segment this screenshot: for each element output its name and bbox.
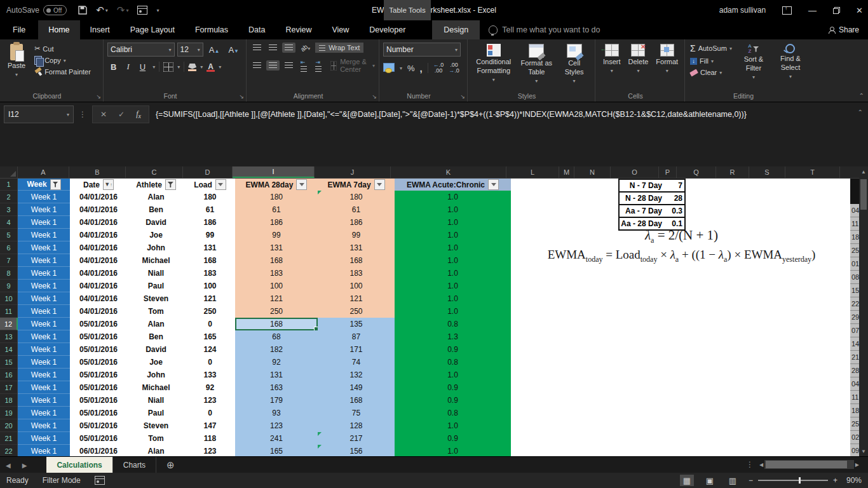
font-color-button[interactable]: A [207, 62, 215, 72]
cell-acute-chronic[interactable]: 0.8 [395, 318, 511, 330]
cell-week[interactable]: Week 1 [18, 254, 70, 267]
percent-style-button[interactable]: % [407, 64, 415, 73]
cell-date[interactable]: 05/01/2016 [70, 318, 127, 330]
load-filter-button[interactable] [215, 179, 226, 190]
cell-week[interactable]: Week 1 [18, 241, 70, 254]
column-header-S[interactable]: S [749, 166, 785, 178]
sort-filter-button[interactable]: AZ Sort & Filter▾ [737, 43, 770, 82]
cell-ewma28[interactable]: 92 [235, 356, 318, 369]
tab-formulas[interactable]: Formulas [185, 20, 238, 39]
increase-indent-button[interactable]: ⇥ [313, 57, 325, 74]
clipboard-dialog-launcher[interactable]: ↘ [96, 93, 101, 100]
row-header-2[interactable]: 2 [0, 191, 18, 203]
cell-acute-chronic[interactable]: 1.0 [395, 191, 511, 203]
select-all-corner[interactable] [0, 166, 18, 178]
cell-acute-chronic[interactable]: 1.0 [395, 419, 511, 432]
comma-style-button[interactable]: , [420, 63, 423, 74]
column-header-K[interactable]: K [391, 166, 506, 178]
cell-ewma28[interactable]: 131 [235, 241, 318, 254]
cell-ewma28[interactable]: 121 [235, 292, 318, 305]
insert-function-button[interactable]: fx [136, 109, 141, 119]
cell-date[interactable]: 05/01/2016 [70, 330, 127, 343]
cell-week[interactable]: Week 1 [18, 292, 70, 305]
cell-week[interactable]: Week 1 [18, 394, 70, 407]
format-painter-button[interactable]: Format Painter [34, 68, 91, 76]
page-break-view-button[interactable]: ▥ [726, 475, 740, 486]
conditional-formatting-button[interactable]: Conditional Formatting▾ [471, 43, 515, 86]
fill-button[interactable]: ↓Fill▾ [689, 57, 733, 65]
column-header-T[interactable]: T [785, 166, 840, 178]
cell-acute-chronic[interactable]: 1.0 [395, 254, 511, 267]
ewma7-filter-button[interactable] [374, 179, 385, 190]
font-family-combo[interactable]: Calibri▾ [107, 43, 175, 57]
cell-acute-chronic[interactable]: 1.0 [395, 369, 511, 381]
cell-ewma7[interactable]: 250 [318, 305, 395, 318]
cell-week[interactable]: Week 1 [18, 216, 70, 229]
number-dialog-launcher[interactable]: ↘ [460, 93, 465, 100]
ribbon-display-options-icon[interactable] [782, 6, 792, 15]
close-button[interactable]: ✕ [856, 6, 863, 15]
cell-athlete[interactable]: Tom [127, 305, 185, 318]
zoom-level[interactable]: 90% [846, 476, 862, 485]
scroll-up-arrow-icon[interactable]: ▲ [861, 166, 866, 177]
cell-acute-chronic[interactable]: 1.3 [395, 330, 511, 343]
cell-athlete[interactable]: David [127, 216, 185, 229]
ewma28-filter-button[interactable] [296, 179, 307, 190]
cell-week[interactable]: Week 1 [18, 432, 70, 445]
cell-ewma7[interactable]: 168 [318, 394, 395, 407]
orientation-button[interactable]: ab▾ [298, 43, 313, 53]
cell-ewma7[interactable]: 171 [318, 343, 395, 356]
wrap-text-button[interactable]: Wrap Text [315, 43, 363, 53]
cell-date[interactable]: 04/01/2016 [70, 191, 127, 203]
tab-design[interactable]: Design [432, 20, 480, 39]
cell-acute-chronic[interactable]: 0.9 [395, 432, 511, 445]
signed-in-user[interactable]: adam sullivan [719, 6, 766, 15]
vertical-scroll-thumb[interactable] [860, 179, 867, 210]
cell-ewma7[interactable]: 87 [318, 330, 395, 343]
cell-ewma28[interactable]: 241 [235, 432, 318, 445]
cell-load[interactable]: 133 [185, 369, 235, 381]
ac-filter-button[interactable] [488, 179, 499, 190]
normal-view-button[interactable]: ▦ [680, 475, 694, 486]
row-header-19[interactable]: 19 [0, 407, 18, 419]
cell-week[interactable]: Week 1 [18, 191, 70, 203]
redo-button[interactable]: ↷▾ [117, 4, 129, 16]
cell-date[interactable]: 04/01/2016 [70, 292, 127, 305]
cell-week[interactable]: Week 1 [18, 267, 70, 280]
cell-date[interactable]: 04/01/2016 [70, 203, 127, 216]
row-header-21[interactable]: 21 [0, 432, 18, 445]
cell-athlete[interactable]: John [127, 241, 185, 254]
row-header-4[interactable]: 4 [0, 216, 18, 229]
cell-load[interactable]: 183 [185, 267, 235, 280]
cell-athlete[interactable]: Alan [127, 445, 185, 458]
cell-ewma7[interactable]: 135 [318, 318, 395, 330]
number-format-combo[interactable]: Number▾ [383, 43, 461, 57]
cell-date[interactable]: 04/01/2016 [70, 241, 127, 254]
cell-ewma28[interactable]: 123 [235, 419, 318, 432]
formula-input[interactable]: {=SUMIFS([Load],[[Athlete ]],[@[Athlete … [156, 110, 868, 119]
restore-button[interactable] [833, 7, 839, 13]
cell-ewma28[interactable]: 68 [235, 330, 318, 343]
cell-date[interactable]: 04/01/2016 [70, 280, 127, 292]
cell-week[interactable]: Week 1 [18, 305, 70, 318]
customize-qat-button[interactable]: ▾ [156, 8, 159, 13]
parameter-row[interactable]: N - 7 Day7 [618, 179, 686, 193]
cell-load[interactable]: 165 [185, 330, 235, 343]
cell-athlete[interactable]: Paul [127, 407, 185, 419]
tab-view[interactable]: View [322, 20, 359, 39]
date-filter-button[interactable]: ▼↑ [103, 179, 114, 190]
cell-acute-chronic[interactable]: 1.0 [395, 229, 511, 241]
cell-date[interactable]: 05/01/2016 [70, 369, 127, 381]
cell-load[interactable]: 147 [185, 419, 235, 432]
cell-date[interactable]: 05/01/2016 [70, 356, 127, 369]
row-header-12[interactable]: 12 [0, 318, 18, 330]
row-header-18[interactable]: 18 [0, 394, 18, 407]
cell-acute-chronic[interactable]: 1.0 [395, 241, 511, 254]
cell-athlete[interactable]: Steven [127, 292, 185, 305]
tab-developer[interactable]: Developer [359, 20, 416, 39]
italic-button[interactable]: I [123, 61, 132, 72]
touch-mode-button[interactable] [137, 6, 147, 15]
cell-ewma28[interactable]: 131 [235, 369, 318, 381]
cell-ewma28[interactable]: 168 [235, 254, 318, 267]
cell-athlete[interactable]: Paul [127, 280, 185, 292]
